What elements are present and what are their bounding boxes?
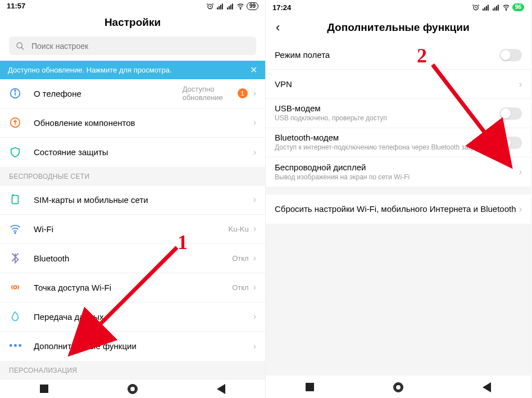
row-sublabel: USB подключено, проверьте доступ [275, 114, 499, 123]
row-sublabel: Вывод изображения на экран по сети Wi-Fi [275, 173, 519, 182]
row-airplane-mode[interactable]: Режим полета [266, 40, 531, 70]
svg-point-17 [15, 233, 16, 234]
sim-icon [9, 193, 21, 206]
svg-rect-25 [494, 7, 495, 11]
svg-rect-24 [493, 8, 494, 10]
airplane-toggle[interactable] [499, 49, 522, 61]
nav-bar [0, 379, 265, 398]
chevron-right-icon: › [253, 88, 256, 98]
svg-rect-22 [486, 6, 487, 11]
row-value: Доступно обновление [183, 85, 233, 102]
row-label: VPN [275, 79, 519, 89]
row-label: USB-модем [275, 103, 499, 113]
update-banner[interactable]: Доступно обновление. Нажмите для просмот… [0, 61, 265, 79]
svg-rect-21 [484, 7, 485, 11]
row-components-update[interactable]: Обновление компонентов › [0, 108, 265, 138]
nav-recents-button[interactable] [306, 383, 314, 391]
row-sublabel: Доступ к интернет-подключению телефона ч… [275, 143, 499, 152]
page-title: Дополнительные функции [327, 21, 469, 34]
nav-back-button[interactable] [217, 384, 225, 394]
battery-indicator: 96 [512, 3, 524, 11]
svg-rect-4 [222, 3, 223, 9]
svg-point-28 [506, 10, 506, 10]
svg-rect-1 [217, 7, 218, 9]
title-bar: Настройки [0, 12, 265, 33]
alarm-icon [472, 3, 480, 11]
section-gap [266, 187, 531, 195]
page-title: Настройки [104, 16, 161, 29]
banner-text: Доступно обновление. Нажмите для просмот… [8, 66, 172, 74]
usb-modem-toggle[interactable] [499, 107, 522, 120]
svg-rect-7 [230, 4, 231, 9]
status-indicators: 96 [472, 3, 524, 11]
bluetooth-modem-toggle[interactable] [499, 137, 522, 149]
row-data-usage[interactable]: Передача данных › [0, 302, 265, 332]
row-label: Обновление компонентов [34, 118, 253, 128]
row-vpn[interactable]: VPN › [266, 70, 531, 99]
signal-icon-2 [226, 2, 234, 10]
row-hotspot[interactable]: Точка доступа Wi-Fi Откл › [0, 273, 265, 302]
chevron-right-icon: › [253, 282, 256, 292]
nav-back-button[interactable] [483, 382, 491, 392]
row-usb-modem[interactable]: USB-модем USB подключено, проверьте дост… [266, 99, 531, 128]
row-bluetooth[interactable]: Bluetooth Откл › [0, 244, 265, 273]
row-security-status[interactable]: Состояние защиты › [0, 138, 265, 167]
row-bluetooth-modem[interactable]: Bluetooth-модем Доступ к интернет-подклю… [266, 128, 531, 157]
chevron-right-icon: › [519, 204, 522, 214]
search-input[interactable] [31, 42, 249, 51]
additional-functions-screen: 17:24 96 ‹ Дополнительные функции Режим … [266, 0, 531, 398]
wifi-icon [502, 3, 510, 11]
row-label: Bluetooth-модем [275, 133, 499, 142]
chevron-right-icon: › [253, 253, 256, 263]
svg-rect-8 [232, 3, 233, 9]
row-more-functions[interactable]: ••• Дополнительные функции › [0, 332, 265, 361]
chevron-right-icon: › [519, 79, 522, 89]
row-value: Ku-Ku [229, 225, 249, 233]
search-box[interactable] [9, 37, 256, 55]
row-sim-cards[interactable]: SIM-карты и мобильные сети › [0, 186, 265, 215]
signal-icon [482, 3, 490, 11]
row-wireless-display[interactable]: Беспроводной дисплей Вывод изображения н… [266, 157, 531, 187]
svg-rect-5 [227, 7, 228, 9]
row-label: Wi-Fi [34, 224, 229, 234]
info-icon [9, 87, 21, 100]
empty-area [266, 224, 531, 376]
svg-rect-2 [219, 6, 220, 10]
row-label: О телефоне [34, 89, 183, 98]
svg-rect-26 [496, 6, 497, 11]
nav-recents-button[interactable] [40, 385, 48, 393]
nav-home-button[interactable] [128, 384, 138, 394]
nav-home-button[interactable] [393, 382, 403, 392]
battery-indicator: 99 [247, 2, 258, 10]
chevron-right-icon: › [253, 341, 256, 351]
row-about-phone[interactable]: О телефоне Доступно обновление 1 › [0, 79, 265, 108]
settings-screen: 11:57 99 Настройки Доступно обновление. … [0, 0, 266, 398]
wifi-icon [237, 2, 244, 10]
close-icon[interactable]: ✕ [250, 65, 257, 75]
signal-icon [216, 2, 224, 10]
upload-icon [9, 116, 21, 129]
row-label: Дополнительные функции [34, 341, 253, 351]
row-label: Bluetooth [34, 254, 232, 263]
row-label: Состояние защиты [34, 147, 253, 157]
row-value: Откл [232, 254, 249, 263]
status-bar: 17:24 96 [266, 0, 531, 15]
svg-line-11 [21, 47, 24, 49]
droplet-icon [9, 310, 21, 323]
status-indicators: 99 [206, 2, 258, 10]
svg-rect-23 [488, 4, 489, 10]
row-reset-network[interactable]: Сбросить настройки Wi-Fi, мобильного Инт… [266, 195, 531, 224]
alarm-icon [206, 2, 214, 10]
back-button[interactable]: ‹ [276, 20, 280, 35]
shield-icon [9, 146, 21, 159]
svg-point-18 [13, 286, 17, 290]
row-value: Откл [232, 283, 249, 292]
wifi-icon [9, 223, 21, 235]
status-time: 11:57 [7, 2, 25, 10]
row-wifi[interactable]: Wi-Fi Ku-Ku › [0, 215, 265, 244]
row-label: Передача данных [34, 312, 253, 322]
svg-rect-3 [220, 4, 221, 9]
chevron-right-icon: › [253, 311, 256, 322]
chevron-right-icon: › [519, 167, 522, 177]
svg-point-14 [15, 91, 16, 92]
